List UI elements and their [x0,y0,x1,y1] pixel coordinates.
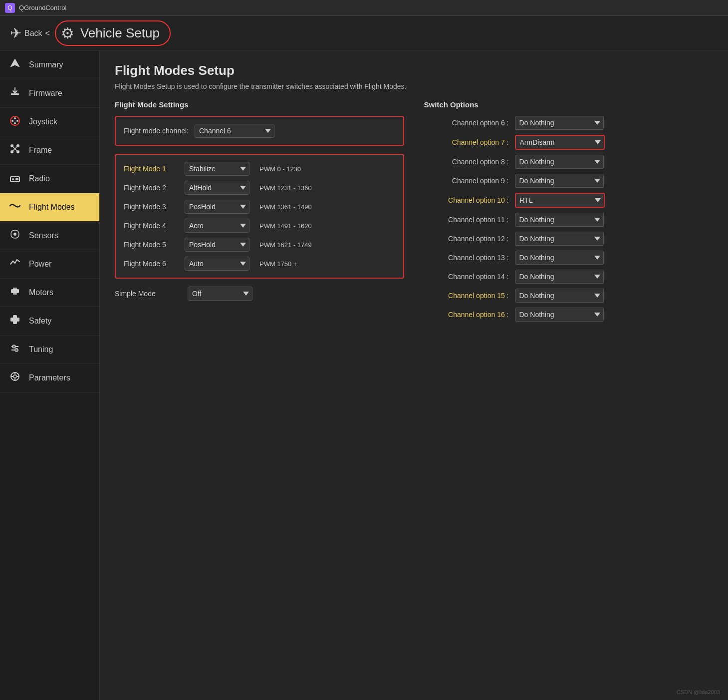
left-section-title: Flight Mode Settings [115,100,404,109]
flight-mode-channel-row: Flight mode channel: Channel 1Channel 2C… [124,124,395,138]
sidebar-item-firmware[interactable]: Firmware [0,79,99,108]
sidebar-item-radio[interactable]: Radio [0,165,99,193]
app-icon: Q [5,3,15,13]
switch-options-list: Channel option 6 :Do NothingFlipSimple M… [424,116,714,322]
tuning-icon [8,343,22,356]
fm-label-2: Flight Mode 2 [124,184,179,192]
fm-label-4: Flight Mode 4 [124,222,179,230]
fm-label-1: Flight Mode 1 [124,165,179,173]
so-label-0: Channel option 6 : [424,119,509,127]
flight-mode-row-4: Flight Mode 4StabilizeAltHoldPosHoldAcro… [124,219,395,233]
breadcrumb-sep: < [45,29,50,38]
svg-rect-17 [13,288,17,289]
so-label-7: Channel option 13 : [424,254,509,262]
sidebar-item-sensors[interactable]: Sensors [0,222,99,250]
sidebar-item-safety[interactable]: Safety [0,307,99,336]
motors-icon [8,286,22,300]
svg-point-5 [14,122,16,124]
frame-icon [8,143,22,157]
so-label-10: Channel option 16 : [424,311,509,319]
so-select-9[interactable]: Do NothingFlipSimple ModeRTLSave TrimSav… [515,289,604,303]
two-col-layout: Flight Mode Settings Flight mode channel… [115,100,713,322]
firmware-icon [8,86,22,100]
sidebar-label-motors: Motors [29,288,53,297]
sidebar-label-power: Power [29,260,51,269]
sidebar-label-firmware: Firmware [29,89,62,98]
page-desc: Flight Modes Setup is used to configure … [115,82,713,90]
flight-mode-row-5: Flight Mode 5StabilizeAltHoldPosHoldAcro… [124,238,395,252]
sidebar-item-joystick[interactable]: Joystick [0,108,99,136]
channel-box: Flight mode channel: Channel 1Channel 2C… [115,116,404,146]
flight-mode-row-1: Flight Mode 1StabilizeAltHoldPosHoldAcro… [124,162,395,176]
fm-select-4[interactable]: StabilizeAltHoldPosHoldAcroAutoLoiterRTL… [185,219,249,233]
so-select-5[interactable]: Do NothingFlipSimple ModeRTLSave TrimSav… [515,213,604,227]
flight-mode-row-6: Flight Mode 6StabilizeAltHoldPosHoldAcro… [124,257,395,271]
fm-pwm-5: PWM 1621 - 1749 [259,241,312,249]
fm-select-5[interactable]: StabilizeAltHoldPosHoldAcroAutoLoiterRTL… [185,238,249,252]
header-title: Vehicle Setup [80,25,160,41]
fm-pwm-2: PWM 1231 - 1360 [259,184,312,192]
fm-select-1[interactable]: StabilizeAltHoldPosHoldAcroAutoLoiterRTL… [185,162,249,176]
svg-rect-20 [10,318,19,322]
sidebar-item-summary[interactable]: Summary [0,51,99,79]
sidebar: SummaryFirmwareJoystickFrameRadioFlight … [0,51,100,700]
summary-icon [8,58,22,72]
switch-option-row-8: Channel option 14 :Do NothingFlipSimple … [424,270,714,284]
sidebar-item-motors[interactable]: Motors [0,279,99,307]
simple-mode-row: Simple Mode OffOn [115,287,404,301]
so-select-6[interactable]: Do NothingFlipSimple ModeRTLSave TrimSav… [515,232,604,246]
svg-point-24 [15,349,18,351]
so-select-4[interactable]: Do NothingFlipSimple ModeRTLSave TrimSav… [515,193,605,208]
left-column: Flight Mode Settings Flight mode channel… [115,100,404,322]
page-title: Flight Modes Setup [115,63,713,78]
simple-mode-select[interactable]: OffOn [188,287,252,301]
back-label[interactable]: Back [24,29,42,38]
so-label-1: Channel option 7 : [424,138,509,146]
sidebar-item-power[interactable]: Power [0,250,99,279]
sidebar-item-parameters[interactable]: Parameters [0,364,99,392]
sidebar-label-radio: Radio [29,174,50,183]
channel-select[interactable]: Channel 1Channel 2Channel 3Channel 4Chan… [195,124,274,138]
so-select-7[interactable]: Do NothingFlipSimple ModeRTLSave TrimSav… [515,251,604,265]
sidebar-item-flight-modes[interactable]: Flight Modes [0,193,99,222]
sidebar-label-tuning: Tuning [29,345,53,354]
switch-option-row-1: Channel option 7 :Do NothingFlipSimple M… [424,135,714,150]
sidebar-item-frame[interactable]: Frame [0,136,99,165]
so-select-1[interactable]: Do NothingFlipSimple ModeRTLSave TrimSav… [515,135,605,150]
svg-rect-18 [13,293,17,295]
svg-point-2 [11,120,13,122]
switch-option-row-3: Channel option 9 :Do NothingFlipSimple M… [424,174,714,188]
so-select-10[interactable]: Do NothingFlipSimple ModeRTLSave TrimSav… [515,308,604,322]
fm-select-2[interactable]: StabilizeAltHoldPosHoldAcroAutoLoiterRTL… [185,181,249,195]
back-button[interactable]: ✈ Back < [10,25,50,41]
so-label-3: Channel option 9 : [424,177,509,185]
flight-mode-row-2: Flight Mode 2StabilizeAltHoldPosHoldAcro… [124,181,395,195]
so-select-2[interactable]: Do NothingFlipSimple ModeRTLSave TrimSav… [515,155,604,169]
sidebar-item-tuning[interactable]: Tuning [0,336,99,364]
channel-label: Flight mode channel: [124,127,189,135]
power-icon [8,257,22,271]
gear-icon-large: ⚙ [61,24,74,42]
sidebar-label-frame: Frame [29,146,52,155]
sidebar-label-parameters: Parameters [29,373,70,382]
fm-label-6: Flight Mode 6 [124,260,179,268]
safety-icon [8,314,22,328]
switch-option-row-10: Channel option 16 :Do NothingFlipSimple … [424,308,714,322]
sidebar-label-flight-modes: Flight Modes [29,203,75,212]
parameters-icon [8,371,22,385]
so-select-0[interactable]: Do NothingFlipSimple ModeRTLSave TrimSav… [515,116,604,130]
svg-point-15 [13,233,16,236]
svg-rect-14 [15,178,18,180]
svg-point-3 [16,120,18,122]
so-select-8[interactable]: Do NothingFlipSimple ModeRTLSave TrimSav… [515,270,604,284]
flight-modes-box: Flight Mode 1StabilizeAltHoldPosHoldAcro… [115,154,404,279]
so-select-3[interactable]: Do NothingFlipSimple ModeRTLSave TrimSav… [515,174,604,188]
plane-icon: ✈ [10,25,21,41]
fm-select-3[interactable]: StabilizeAltHoldPosHoldAcroAutoLoiterRTL… [185,200,249,214]
switch-option-row-4: Channel option 10 :Do NothingFlipSimple … [424,193,714,208]
app-title: QGroundControl [19,4,66,11]
fm-select-6[interactable]: StabilizeAltHoldPosHoldAcroAutoLoiterRTL… [185,257,249,271]
sidebar-label-sensors: Sensors [29,231,58,240]
simple-mode-label: Simple Mode [115,290,180,298]
radio-icon [8,172,22,186]
